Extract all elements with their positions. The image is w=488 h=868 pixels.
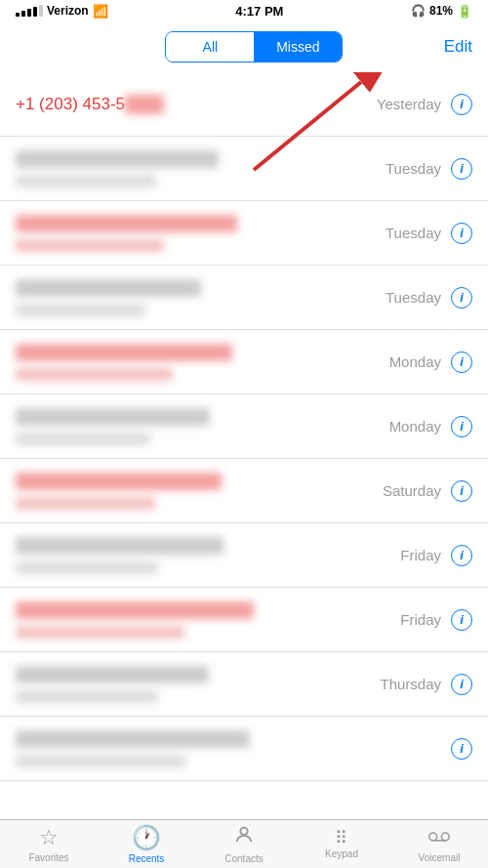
recents-icon: 🕐 — [132, 824, 161, 851]
headphone-icon: 🎧 — [411, 4, 426, 18]
keypad-icon: ⠿ — [335, 829, 348, 847]
call-item-right: Saturday i — [383, 480, 472, 502]
header: All Missed Edit — [0, 21, 488, 72]
call-item-right: Tuesday i — [386, 287, 472, 309]
call-item: Thursday i — [0, 652, 488, 717]
tab-keypad-label: Keypad — [325, 848, 358, 859]
call-item-info — [16, 730, 441, 767]
info-button[interactable]: i — [451, 545, 472, 566]
contacts-icon — [233, 824, 255, 851]
wifi-icon: 📶 — [93, 4, 108, 19]
tab-contacts-label: Contacts — [224, 853, 263, 864]
call-item-right: Friday i — [400, 609, 472, 631]
tab-favorites-label: Favorites — [28, 852, 68, 863]
call-day: Yesterday — [377, 96, 441, 112]
status-bar: Verizon 📶 4:17 PM 🎧 81% 🔋 — [0, 0, 488, 21]
call-name: +1 (203) 453-5 — [16, 95, 377, 114]
call-item: Tuesday i — [0, 266, 488, 330]
call-item: Monday i — [0, 330, 488, 394]
call-item: Friday i — [0, 523, 488, 588]
tab-recents[interactable]: 🕐 Recents — [98, 820, 195, 868]
info-button[interactable]: i — [451, 223, 472, 244]
call-item: Monday i — [0, 394, 488, 459]
favorites-icon: ☆ — [39, 825, 59, 850]
call-item: +1 (203) 453-5 Yesterday i — [0, 72, 488, 137]
call-item-right: Yesterday i — [377, 94, 472, 115]
call-day: Saturday — [383, 482, 441, 499]
call-day: Tuesday — [386, 289, 441, 306]
call-item-right: Friday i — [400, 545, 472, 566]
call-item-right: Monday i — [389, 416, 472, 437]
call-item-right: i — [441, 738, 472, 760]
call-day: Thursday — [380, 676, 441, 692]
status-battery: 🎧 81% 🔋 — [411, 4, 472, 19]
tab-contacts[interactable]: Contacts — [195, 820, 293, 868]
info-button[interactable]: i — [451, 480, 472, 502]
status-time: 4:17 PM — [235, 4, 283, 19]
tab-voicemail[interactable]: Voicemail — [390, 820, 488, 868]
call-item-info — [16, 473, 383, 510]
call-item: Saturday i — [0, 459, 488, 523]
call-item: Friday i — [0, 588, 488, 652]
edit-button[interactable]: Edit — [444, 37, 472, 57]
tab-recents-label: Recents — [129, 853, 165, 864]
voicemail-icon — [428, 825, 450, 850]
status-carrier: Verizon 📶 — [16, 4, 108, 19]
info-button[interactable]: i — [451, 158, 472, 180]
call-item: Tuesday i — [0, 137, 488, 201]
call-day: Friday — [400, 611, 441, 628]
call-item-info — [16, 215, 386, 252]
info-button[interactable]: i — [451, 351, 472, 373]
call-item-info: +1 (203) 453-5 — [16, 95, 377, 114]
info-button[interactable]: i — [451, 738, 472, 760]
call-item-right: Tuesday i — [386, 158, 472, 180]
svg-point-2 — [240, 828, 247, 835]
call-item: Tuesday i — [0, 201, 488, 266]
call-item-info — [16, 601, 400, 639]
call-day: Tuesday — [386, 225, 441, 241]
tab-voicemail-label: Voicemail — [419, 852, 461, 863]
info-button[interactable]: i — [451, 674, 472, 695]
call-item-info — [16, 279, 386, 316]
call-list: +1 (203) 453-5 Yesterday i Tuesday i Tue… — [0, 72, 488, 819]
info-button[interactable]: i — [451, 287, 472, 309]
call-item-info — [16, 150, 386, 187]
info-button[interactable]: i — [451, 416, 472, 437]
battery-icon: 🔋 — [457, 4, 472, 19]
segment-missed-button[interactable]: Missed — [254, 32, 342, 62]
call-item: i — [0, 717, 488, 781]
call-item-info — [16, 408, 389, 445]
info-button[interactable]: i — [451, 609, 472, 631]
tab-favorites[interactable]: ☆ Favorites — [0, 820, 98, 868]
call-item-right: Tuesday i — [386, 223, 472, 244]
call-item-right: Monday i — [389, 351, 472, 373]
call-item-right: Thursday i — [380, 674, 472, 695]
info-button[interactable]: i — [451, 94, 472, 115]
segment-control: All Missed — [165, 31, 343, 62]
svg-point-3 — [429, 833, 437, 841]
segment-all-button[interactable]: All — [166, 32, 254, 62]
call-day: Monday — [389, 418, 441, 434]
call-day: Friday — [400, 547, 441, 563]
tab-keypad[interactable]: ⠿ Keypad — [293, 820, 390, 868]
tab-bar: ☆ Favorites 🕐 Recents Contacts ⠿ Keypad … — [0, 819, 488, 868]
carrier-name: Verizon — [47, 4, 89, 18]
call-day: Monday — [389, 353, 441, 370]
call-item-info — [16, 537, 400, 574]
call-day: Tuesday — [386, 160, 441, 177]
call-item-info — [16, 666, 380, 703]
svg-point-4 — [441, 833, 449, 841]
signal-icon — [16, 5, 43, 17]
call-item-info — [16, 344, 389, 381]
